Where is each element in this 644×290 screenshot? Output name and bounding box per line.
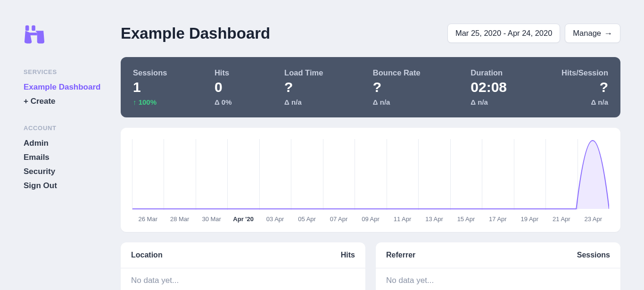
stats-card: Sessions 1 ↑ 100% Hits 0 Δ 0% Load Time … (121, 57, 620, 117)
page-title: Example Dashboard (121, 25, 270, 42)
chart-plot-area (132, 139, 609, 210)
chart-tick: 07 Apr (323, 215, 355, 223)
chart-tick: 15 Apr (450, 215, 482, 223)
referrer-panel: Referrer Sessions No data yet... (376, 242, 620, 290)
bottom-panels: Location Hits No data yet... Referrer Se… (121, 242, 620, 290)
chart-tick: 05 Apr (291, 215, 322, 223)
chart-tick: 21 Apr (545, 215, 577, 223)
stat-value: ? (373, 79, 471, 95)
stat-label: Sessions (133, 68, 215, 77)
panel-title: Referrer (386, 251, 415, 259)
sidebar-item-admin[interactable]: Admin (24, 136, 121, 150)
svg-rect-2 (30, 33, 37, 35)
svg-rect-1 (32, 25, 35, 31)
location-panel: Location Hits No data yet... (121, 242, 365, 290)
chart-tick: 03 Apr (259, 215, 291, 223)
stat-bounce-rate: Bounce Rate ? Δ n/a (373, 68, 471, 106)
chart-tick: 17 Apr (482, 215, 513, 223)
stat-value: 1 (133, 79, 215, 95)
stat-value: 02:08 (471, 79, 561, 95)
panel-metric: Sessions (577, 251, 610, 259)
stat-delta: Δ n/a (284, 98, 373, 106)
sidebar: SERVICES Example Dashboard + Create ACCO… (0, 0, 121, 290)
stat-label: Load Time (284, 68, 373, 77)
chart-tick: 23 Apr (578, 215, 609, 223)
chart-tick: 19 Apr (514, 215, 545, 223)
manage-button[interactable]: Manage → (565, 24, 620, 43)
stat-value: 0 (215, 79, 284, 95)
stat-sessions: Sessions 1 ↑ 100% (133, 68, 215, 106)
sidebar-item-security[interactable]: Security (24, 165, 121, 179)
sessions-chart-card: 26 Mar28 Mar30 MarApr '2003 Apr05 Apr07 … (121, 128, 620, 232)
chart-tick: 13 Apr (418, 215, 450, 223)
panel-empty-state: No data yet... (121, 268, 365, 290)
panel-header: Location Hits (121, 242, 365, 268)
chart-tick: 30 Mar (196, 215, 227, 223)
stat-delta: ↑ 100% (133, 98, 215, 106)
stat-delta: Δ n/a (561, 98, 608, 106)
chart-tick: 09 Apr (355, 215, 386, 223)
stat-label: Hits/Session (561, 68, 608, 77)
date-range-label: Mar 25, 2020 - Apr 24, 2020 (455, 29, 552, 38)
stat-label: Hits (215, 68, 284, 77)
header-actions: Mar 25, 2020 - Apr 24, 2020 Manage → (447, 24, 620, 43)
panel-header: Referrer Sessions (376, 242, 620, 268)
panel-title: Location (131, 251, 163, 259)
stat-label: Bounce Rate (373, 68, 471, 77)
svg-rect-0 (25, 25, 29, 31)
chart-tick: 11 Apr (387, 215, 418, 223)
chart-line (132, 139, 609, 210)
sidebar-item-example-dashboard[interactable]: Example Dashboard (24, 80, 121, 94)
stat-duration: Duration 02:08 Δ n/a (471, 68, 561, 106)
chart-tick: 26 Mar (132, 215, 164, 223)
stat-value: ? (284, 79, 373, 95)
stat-hits: Hits 0 Δ 0% (215, 68, 284, 106)
page-header: Example Dashboard Mar 25, 2020 - Apr 24,… (121, 24, 620, 43)
nav-section-services: SERVICES Example Dashboard + Create (24, 68, 121, 108)
sidebar-item-create[interactable]: + Create (24, 94, 121, 108)
stat-load-time: Load Time ? Δ n/a (284, 68, 373, 106)
chart-tick: Apr '20 (227, 215, 259, 223)
panel-metric: Hits (341, 251, 355, 259)
chart-x-axis: 26 Mar28 Mar30 MarApr '2003 Apr05 Apr07 … (132, 215, 609, 223)
nav-section-account: ACCOUNT Admin Emails Security Sign Out (24, 124, 121, 193)
stat-value: ? (561, 79, 608, 95)
chart-tick: 28 Mar (164, 215, 195, 223)
sidebar-item-sign-out[interactable]: Sign Out (24, 179, 121, 193)
stat-delta: Δ 0% (215, 98, 284, 106)
arrow-right-icon: → (604, 29, 612, 38)
logo-binoculars-icon (24, 24, 121, 47)
stat-hits-session: Hits/Session ? Δ n/a (561, 68, 608, 106)
main-content: Example Dashboard Mar 25, 2020 - Apr 24,… (121, 0, 644, 290)
date-range-button[interactable]: Mar 25, 2020 - Apr 24, 2020 (447, 24, 560, 43)
stat-label: Duration (471, 68, 561, 77)
stat-delta: Δ n/a (471, 98, 561, 106)
sidebar-item-emails[interactable]: Emails (24, 150, 121, 165)
manage-label: Manage (573, 29, 601, 38)
stat-delta: Δ n/a (373, 98, 471, 106)
nav-section-label: SERVICES (24, 68, 121, 75)
panel-empty-state: No data yet... (376, 268, 620, 290)
nav-section-label: ACCOUNT (24, 124, 121, 132)
